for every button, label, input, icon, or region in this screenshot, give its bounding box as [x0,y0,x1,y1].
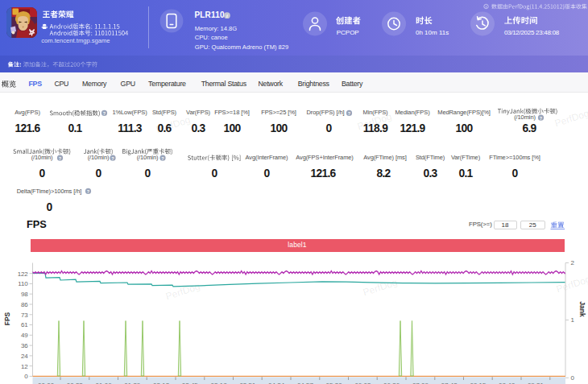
svg-text:12: 12 [21,363,28,370]
svg-text:49: 49 [21,332,28,339]
svg-text:36: 36 [21,342,28,349]
svg-text:86: 86 [21,301,28,308]
svg-text:1: 1 [571,316,575,324]
svg-text:73: 73 [21,312,28,319]
svg-text:FPS: FPS [3,312,11,325]
svg-text:122: 122 [18,270,28,278]
svg-text:0: 0 [571,374,575,382]
svg-text:Jank: Jank [578,301,586,317]
svg-text:61: 61 [21,321,28,328]
svg-text:24: 24 [21,353,28,360]
svg-text:0: 0 [24,373,28,380]
svg-text:2: 2 [571,259,575,266]
svg-text:110: 110 [18,280,28,287]
svg-text:98: 98 [21,291,28,298]
